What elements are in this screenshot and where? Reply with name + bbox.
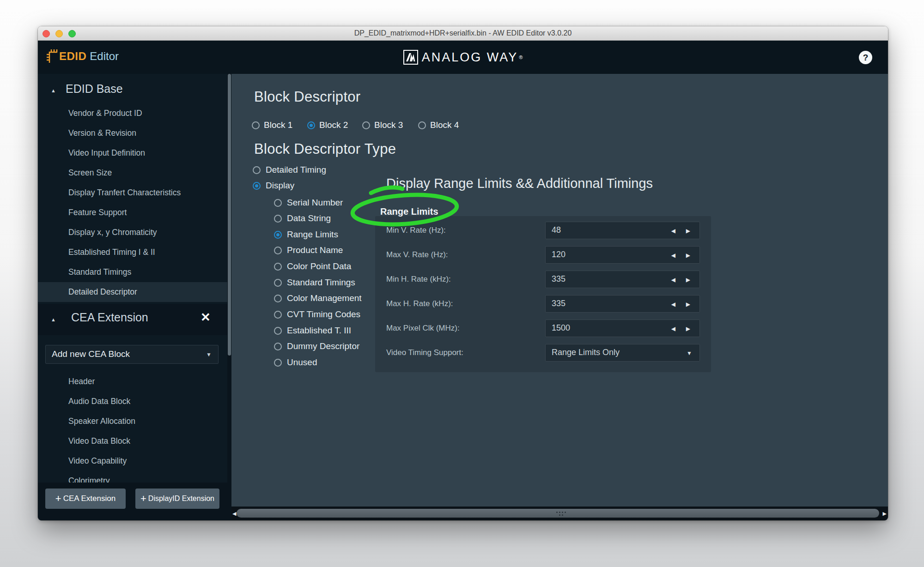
help-icon[interactable]: ? — [859, 51, 872, 64]
radio-color-point-data[interactable]: Color Point Data — [274, 261, 351, 272]
radio-established-t-iii[interactable]: Established T. III — [274, 325, 351, 336]
decrement-icon[interactable]: ◀ — [671, 325, 675, 332]
radio-icon[interactable] — [274, 263, 282, 271]
radio-unused[interactable]: Unused — [274, 357, 317, 368]
radio-label: Data String — [287, 213, 331, 223]
radio-data-string[interactable]: Data String — [274, 213, 331, 224]
radio-cvt-timing-codes[interactable]: CVT Timing Codes — [274, 309, 360, 320]
radio-dummy-descriptor[interactable]: Dummy Descriptor — [274, 341, 359, 352]
radio-icon[interactable] — [418, 121, 426, 129]
sidebar-scrollbar[interactable] — [227, 74, 231, 520]
close-window-button[interactable] — [43, 30, 50, 37]
minimize-window-button[interactable] — [55, 30, 63, 37]
min-h-rate-input[interactable]: 335 ◀ ▶ — [545, 271, 700, 288]
radio-icon[interactable] — [274, 327, 282, 335]
max-pixel-clk-input[interactable]: 1500 ◀ ▶ — [545, 320, 700, 337]
app-header: EDID Editor ANALOG WAY ® ? — [38, 41, 888, 74]
add-new-cea-block-select[interactable]: Add new CEA Block ▼ — [45, 345, 219, 364]
radio-display[interactable]: Display — [253, 180, 294, 191]
sidebar-item-vendor-product-id[interactable]: Vendor & Product ID — [38, 103, 227, 123]
collapse-arrow-icon[interactable]: ▲ — [51, 88, 56, 93]
sidebar-item-display-xy-chromaticity[interactable]: Display x, y Chromaticity — [38, 223, 227, 242]
radio-block-4[interactable]: Block 4 — [418, 120, 459, 130]
decrement-icon[interactable]: ◀ — [671, 252, 675, 259]
field-value: 120 — [552, 250, 565, 259]
radio-detailed-timing[interactable]: Detailed Timing — [253, 164, 326, 175]
sidebar-item-detailed-descriptor[interactable]: Detailed Descriptor — [38, 282, 227, 302]
horizontal-scrollbar[interactable]: ◀ ▶ — [231, 507, 888, 520]
radio-product-name[interactable]: Product Name — [274, 245, 343, 256]
radio-icon[interactable] — [274, 279, 282, 287]
radio-checked-icon[interactable] — [307, 121, 315, 129]
block-radio-group: Block 1 Block 2 Block 3 Block 4 — [231, 120, 888, 131]
radio-icon[interactable] — [362, 121, 370, 129]
radio-block-3[interactable]: Block 3 — [362, 120, 403, 130]
radio-icon[interactable] — [274, 359, 282, 367]
zoom-window-button[interactable] — [68, 30, 76, 37]
field-label: Min H. Rate (kHz): — [386, 271, 451, 288]
brand-name: ANALOG WAY — [422, 50, 518, 65]
section-title: EDID Base — [66, 82, 123, 96]
add-cea-extension-button[interactable]: + CEA Extension — [45, 489, 126, 509]
radio-serial-number[interactable]: Serial Number — [274, 197, 343, 208]
scroll-left-icon[interactable]: ◀ — [232, 511, 236, 517]
sidebar-scrollbar-thumb[interactable] — [228, 74, 231, 356]
sidebar-item-display-transfert-characteristics[interactable]: Display Tranfert Characteristics — [38, 183, 227, 203]
sidebar-section-cea-extension[interactable]: ▲ CEA Extension ✕ — [38, 304, 227, 335]
sidebar-item-feature-support[interactable]: Feature Support — [38, 203, 227, 223]
radio-color-management[interactable]: Color Management — [274, 293, 362, 304]
max-v-rate-input[interactable]: 120 ◀ ▶ — [545, 246, 700, 264]
field-label: Max H. Rate (kHz): — [386, 295, 453, 313]
range-limits-label: Range Limits — [380, 206, 438, 217]
radio-block-2[interactable]: Block 2 — [307, 120, 348, 130]
decrement-icon[interactable]: ◀ — [671, 227, 675, 235]
range-limits-panel: Min V. Rate (Hz): 48 ◀ ▶ Max V. Rate (Hz… — [375, 216, 711, 372]
collapse-arrow-icon[interactable]: ▲ — [51, 317, 56, 322]
scroll-right-icon[interactable]: ▶ — [883, 511, 887, 517]
radio-icon[interactable] — [274, 247, 282, 254]
sidebar-item-speaker-allocation[interactable]: Speaker Allocation — [38, 411, 227, 431]
increment-icon[interactable]: ▶ — [686, 276, 690, 284]
radio-checked-icon[interactable] — [253, 182, 261, 190]
radio-label: Detailed Timing — [266, 165, 326, 175]
sidebar-item-established-timing[interactable]: Established Timing I & II — [38, 242, 227, 262]
radio-icon[interactable] — [274, 343, 282, 350]
sidebar-item-video-input-definition[interactable]: Video Input Definition — [38, 143, 227, 163]
sidebar-item-video-data-block[interactable]: Video Data Block — [38, 431, 227, 451]
window-title: DP_EDID_matrixmod+HDR+serialfix.bin - AW… — [38, 26, 888, 40]
min-v-rate-input[interactable]: 48 ◀ ▶ — [545, 222, 700, 239]
horizontal-scrollbar-thumb[interactable] — [237, 509, 879, 518]
radio-checked-icon[interactable] — [274, 231, 282, 239]
radio-icon[interactable] — [252, 121, 260, 129]
decrement-icon[interactable]: ◀ — [671, 301, 675, 308]
sidebar-item-video-capability[interactable]: Video Capability — [38, 451, 227, 471]
sidebar-item-audio-data-block[interactable]: Audio Data Block — [38, 392, 227, 411]
increment-icon[interactable]: ▶ — [686, 252, 690, 259]
sidebar-item-version-revision[interactable]: Version & Revision — [38, 123, 227, 143]
radio-block-1[interactable]: Block 1 — [252, 120, 292, 130]
increment-icon[interactable]: ▶ — [686, 325, 690, 332]
radio-icon[interactable] — [274, 199, 282, 207]
increment-icon[interactable]: ▶ — [686, 227, 690, 235]
sidebar-section-edid-base[interactable]: ▲ EDID Base — [38, 81, 227, 102]
radio-range-limits[interactable]: Range Limits — [274, 229, 338, 240]
max-h-rate-input[interactable]: 335 ◀ ▶ — [545, 295, 700, 313]
radio-icon[interactable] — [274, 215, 282, 223]
sidebar-item-header[interactable]: Header — [38, 372, 227, 392]
decrement-icon[interactable]: ◀ — [671, 276, 675, 284]
radio-icon[interactable] — [253, 166, 261, 174]
radio-icon[interactable] — [274, 311, 282, 319]
sidebar-item-standard-timings[interactable]: Standard Timings — [38, 262, 227, 282]
radio-label: Serial Number — [287, 198, 343, 208]
add-displayid-extension-button[interactable]: + DisplayID Extension — [135, 489, 219, 509]
radio-label: Standard Timings — [287, 277, 355, 288]
radio-standard-timings[interactable]: Standard Timings — [274, 277, 355, 288]
sidebar-item-screen-size[interactable]: Screen Size — [38, 163, 227, 183]
radio-icon[interactable] — [274, 295, 282, 302]
radio-label: Range Limits — [287, 229, 338, 240]
close-icon[interactable]: ✕ — [201, 310, 211, 325]
window-titlebar[interactable]: DP_EDID_matrixmod+HDR+serialfix.bin - AW… — [38, 26, 888, 41]
video-timing-support-select[interactable]: Range Limits Only ▼ — [545, 344, 700, 362]
increment-icon[interactable]: ▶ — [686, 301, 690, 308]
field-label: Min V. Rate (Hz): — [386, 222, 446, 239]
